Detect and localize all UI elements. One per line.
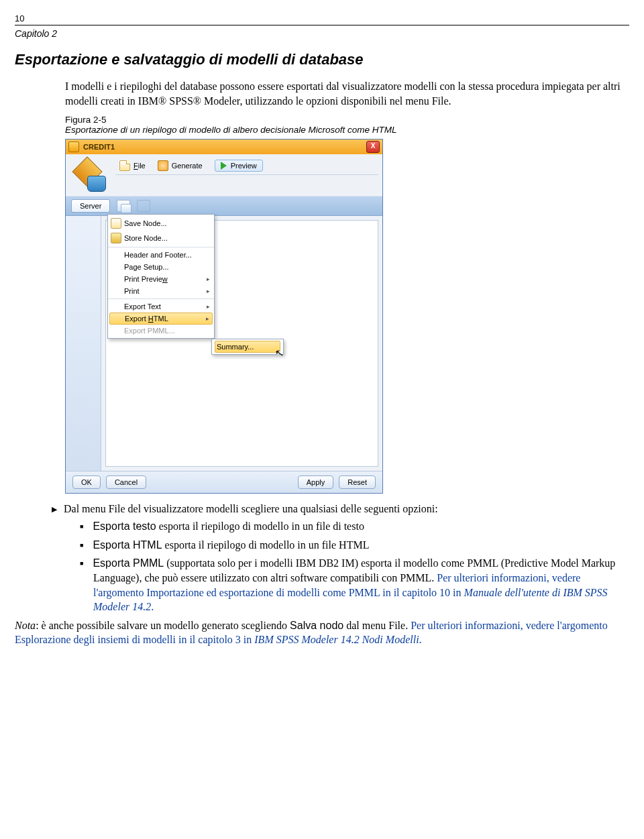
- submenu-summary[interactable]: Summary...: [215, 341, 280, 353]
- reset-button[interactable]: Reset: [339, 476, 376, 489]
- close-icon[interactable]: X: [366, 141, 380, 153]
- menu-export-text[interactable]: Export Text: [108, 300, 214, 313]
- chapter-label: Capitolo 2: [15, 28, 629, 39]
- cancel-button[interactable]: Cancel: [106, 476, 146, 489]
- menu-print[interactable]: Print: [108, 285, 214, 297]
- instruction-lead: Dal menu File del visualizzatore modelli…: [52, 503, 629, 515]
- menu-separator: [108, 298, 214, 299]
- toolbar: Server: [66, 196, 382, 216]
- figure-caption: Esportazione di un riepilogo di modello …: [65, 125, 629, 135]
- note-paragraph: Nota: è anche possibile salvare un model…: [15, 618, 629, 647]
- generate-icon: [158, 160, 168, 171]
- menu-file-label: File: [133, 162, 146, 170]
- apply-button[interactable]: Apply: [298, 476, 334, 489]
- figure-label: Figura 2-5: [65, 115, 629, 125]
- bullet-export-html: Esporta HTML esporta il riepilogo di mod…: [93, 538, 629, 553]
- copy-icon[interactable]: [117, 200, 130, 212]
- window-title: CREDIT1: [83, 143, 362, 151]
- ok-button[interactable]: OK: [72, 476, 101, 489]
- section-title: Esportazione e salvataggio di modelli di…: [15, 51, 629, 68]
- submenu-export-html: Summary...: [211, 339, 284, 355]
- bullet-export-text: Esporta testo esporta il riepilogo di mo…: [93, 519, 629, 534]
- window-icon: [68, 142, 79, 152]
- intro-paragraph: I modelli e i riepiloghi del database po…: [65, 79, 629, 108]
- menu-file[interactable]: File: [119, 160, 146, 171]
- menu-export-html[interactable]: Export HTML: [109, 313, 213, 325]
- menu-export-pmml: Export PMML...: [108, 325, 214, 337]
- file-icon: [119, 160, 130, 171]
- menu-generate[interactable]: Generate: [158, 160, 203, 171]
- menubar: File Generate Preview: [115, 157, 378, 175]
- titlebar: CREDIT1 X: [66, 139, 382, 154]
- toolbar-icon-2[interactable]: [137, 200, 150, 212]
- menu-generate-label: Generate: [172, 162, 203, 170]
- menu-store-node[interactable]: Store Node...: [108, 231, 214, 245]
- preview-button[interactable]: Preview: [215, 160, 263, 172]
- server-tab[interactable]: Server: [71, 199, 110, 213]
- play-icon: [221, 162, 227, 170]
- menu-print-preview[interactable]: Print Preview: [108, 273, 214, 285]
- menu-save-node[interactable]: Save Node...: [108, 216, 214, 231]
- bullet-export-pmml: Esporta PMML (supportata solo per i mode…: [93, 556, 629, 614]
- menu-page-setup[interactable]: Page Setup...: [108, 261, 214, 273]
- menu-header-footer[interactable]: Header and Footer...: [108, 249, 214, 261]
- node-icon: [70, 157, 109, 196]
- page-number: 10: [15, 13, 629, 23]
- tree-panel: ⋯ Analys +Fields +Build S +Trainin Save …: [105, 220, 378, 467]
- left-tabs: [66, 216, 101, 471]
- file-dropdown: Save Node... Store Node... Header and Fo…: [107, 214, 215, 339]
- header-rule: [15, 25, 629, 25]
- menu-separator: [108, 247, 214, 247]
- bottom-button-bar: OK Cancel Apply Reset: [66, 471, 382, 493]
- app-window: CREDIT1 X File Generate Preview: [65, 139, 383, 494]
- preview-label: Preview: [231, 162, 257, 170]
